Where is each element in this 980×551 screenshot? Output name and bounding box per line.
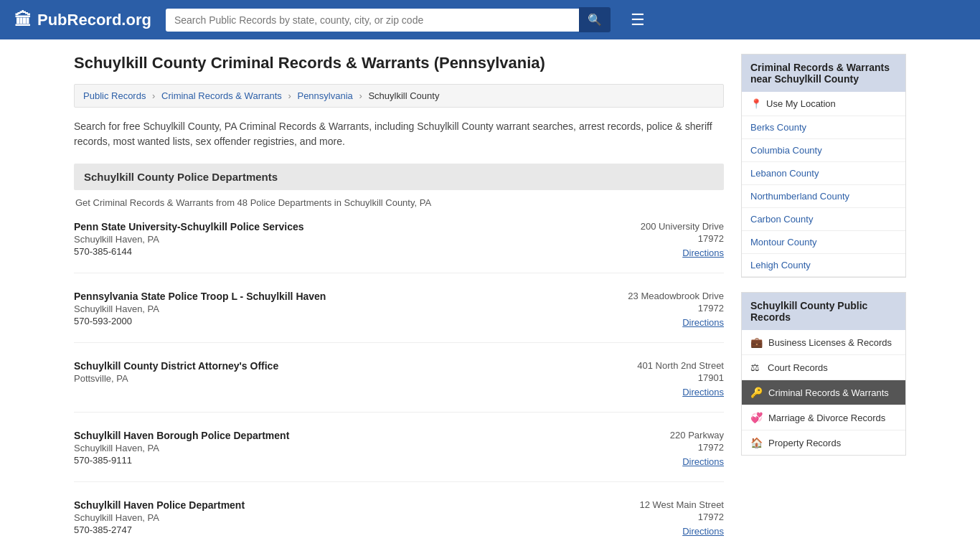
county-link-6[interactable]: Lehigh County	[742, 254, 905, 276]
search-area: 🔍	[166, 7, 611, 32]
use-location-button[interactable]: 📍 Use My Location	[742, 92, 905, 116]
public-records-section: Schuylkill County Public Records 💼 Busin…	[741, 292, 906, 456]
table-row: Penn State University-Schuylkill Police …	[74, 221, 724, 273]
record-icon-2: 🔑	[750, 387, 763, 398]
dept-city-0: Schuylkill Haven, PA	[74, 234, 595, 245]
breadcrumb-criminal-records[interactable]: Criminal Records & Warrants	[161, 90, 282, 101]
department-list: Penn State University-Schuylkill Police …	[74, 221, 724, 551]
table-row: Pennsylvania State Police Troop L - Schu…	[74, 291, 724, 343]
directions-link-4[interactable]: Directions	[682, 526, 724, 537]
county-link-2[interactable]: Lebanon County	[742, 162, 905, 184]
dept-street-3: 220 Parkway	[595, 430, 724, 441]
breadcrumb-sep-2: ›	[288, 90, 291, 101]
dept-street-4: 12 West Main Street	[595, 499, 724, 510]
breadcrumb-public-records[interactable]: Public Records	[83, 90, 146, 101]
dept-info-2: Schuylkill County District Attorney's Of…	[74, 360, 595, 397]
menu-button[interactable]: ☰	[631, 11, 645, 29]
directions-link-1[interactable]: Directions	[682, 317, 724, 328]
breadcrumb-pennsylvania[interactable]: Pennsylvania	[297, 90, 352, 101]
location-icon: 📍	[750, 98, 762, 109]
county-link-5[interactable]: Montour County	[742, 231, 905, 253]
county-link-0[interactable]: Berks County	[742, 116, 905, 138]
dept-info-0: Penn State University-Schuylkill Police …	[74, 221, 595, 258]
dept-zip-0: 17972	[595, 233, 724, 244]
public-records-header: Schuylkill County Public Records	[742, 293, 905, 330]
main-container: Schuylkill County Criminal Records & War…	[60, 39, 920, 551]
public-record-link-3[interactable]: 💞 Marriage & Divorce Records	[742, 405, 905, 430]
menu-icon: ☰	[631, 11, 645, 29]
directions-link-2[interactable]: Directions	[682, 387, 724, 397]
list-item: Montour County	[742, 231, 905, 254]
dept-street-1: 23 Meadowbrook Drive	[595, 291, 724, 301]
record-label-4: Property Records	[768, 438, 841, 448]
near-section: Criminal Records & Warrants near Schuylk…	[741, 54, 906, 278]
dept-zip-4: 17972	[595, 512, 724, 522]
list-item: 🏠 Property Records	[742, 430, 905, 455]
logo[interactable]: 🏛 PubRecord.org	[14, 10, 151, 30]
list-item: Carbon County	[742, 208, 905, 231]
page-description: Search for free Schuylkill County, PA Cr…	[74, 119, 724, 149]
table-row: Schuylkill Haven Police Department Schuy…	[74, 499, 724, 551]
use-location-label: Use My Location	[766, 98, 836, 109]
page-title: Schuylkill County Criminal Records & War…	[74, 54, 724, 72]
county-link-1[interactable]: Columbia County	[742, 139, 905, 161]
directions-link-3[interactable]: Directions	[682, 456, 724, 467]
dept-info-4: Schuylkill Haven Police Department Schuy…	[74, 499, 595, 537]
dept-zip-3: 17972	[595, 442, 724, 453]
public-record-link-4[interactable]: 🏠 Property Records	[742, 430, 905, 455]
list-item: 💼 Business Licenses & Records	[742, 330, 905, 355]
section-description: Get Criminal Records & Warrants from 48 …	[74, 197, 724, 208]
public-records-list: 💼 Business Licenses & Records ⚖ Court Re…	[742, 330, 905, 455]
directions-link-0[interactable]: Directions	[682, 248, 724, 258]
public-record-link-1[interactable]: ⚖ Court Records	[742, 355, 905, 380]
dept-phone-0: 570-385-6144	[74, 246, 595, 257]
record-label-3: Marriage & Divorce Records	[768, 413, 885, 423]
list-item: 🔑 Criminal Records & Warrants	[742, 380, 905, 405]
dept-street-2: 401 North 2nd Street	[595, 360, 724, 371]
dept-phone-3: 570-385-9111	[74, 455, 595, 466]
dept-phone-1: 570-593-2000	[74, 316, 595, 326]
dept-city-2: Pottsville, PA	[74, 373, 595, 384]
dept-name-3: Schuylkill Haven Borough Police Departme…	[74, 430, 595, 441]
dept-zip-1: 17972	[595, 303, 724, 314]
search-input[interactable]	[166, 9, 579, 32]
sidebar: Criminal Records & Warrants near Schuylk…	[741, 54, 906, 551]
dept-city-1: Schuylkill Haven, PA	[74, 303, 595, 314]
public-record-link-2[interactable]: 🔑 Criminal Records & Warrants	[742, 380, 905, 405]
breadcrumb-sep-3: ›	[359, 90, 362, 101]
dept-info-1: Pennsylvania State Police Troop L - Schu…	[74, 291, 595, 328]
dept-address-1: 23 Meadowbrook Drive 17972 Directions	[595, 291, 724, 328]
dept-name-4: Schuylkill Haven Police Department	[74, 499, 595, 511]
county-link-3[interactable]: Northumberland County	[742, 185, 905, 207]
list-item: Lehigh County	[742, 254, 905, 277]
logo-text: PubRecord.org	[37, 11, 151, 29]
dept-phone-4: 570-385-2747	[74, 524, 595, 535]
site-header: 🏛 PubRecord.org 🔍 ☰	[0, 0, 980, 39]
record-icon-1: ⚖	[750, 362, 762, 373]
dept-city-4: Schuylkill Haven, PA	[74, 512, 595, 523]
county-link-4[interactable]: Carbon County	[742, 208, 905, 230]
dept-address-4: 12 West Main Street 17972 Directions	[595, 499, 724, 537]
breadcrumb: Public Records › Criminal Records & Warr…	[74, 84, 724, 108]
county-list: Berks CountyColumbia CountyLebanon Count…	[742, 116, 905, 277]
record-icon-0: 💼	[750, 336, 763, 348]
list-item: Columbia County	[742, 139, 905, 162]
content-area: Schuylkill County Criminal Records & War…	[74, 54, 724, 551]
dept-name-2: Schuylkill County District Attorney's Of…	[74, 360, 595, 372]
search-button[interactable]: 🔍	[579, 7, 611, 32]
public-record-link-0[interactable]: 💼 Business Licenses & Records	[742, 330, 905, 354]
list-item: 💞 Marriage & Divorce Records	[742, 405, 905, 430]
search-icon: 🔍	[588, 14, 602, 26]
list-item: Northumberland County	[742, 185, 905, 208]
dept-street-0: 200 University Drive	[595, 221, 724, 232]
table-row: Schuylkill County District Attorney's Of…	[74, 360, 724, 413]
dept-address-2: 401 North 2nd Street 17901 Directions	[595, 360, 724, 397]
record-icon-4: 🏠	[750, 437, 763, 448]
logo-icon: 🏛	[14, 10, 32, 30]
dept-zip-2: 17901	[595, 372, 724, 383]
record-label-1: Court Records	[768, 362, 828, 373]
dept-address-3: 220 Parkway 17972 Directions	[595, 430, 724, 467]
section-header: Schuylkill County Police Departments	[74, 164, 724, 190]
dept-name-1: Pennsylvania State Police Troop L - Schu…	[74, 291, 595, 302]
list-item: Berks County	[742, 116, 905, 139]
